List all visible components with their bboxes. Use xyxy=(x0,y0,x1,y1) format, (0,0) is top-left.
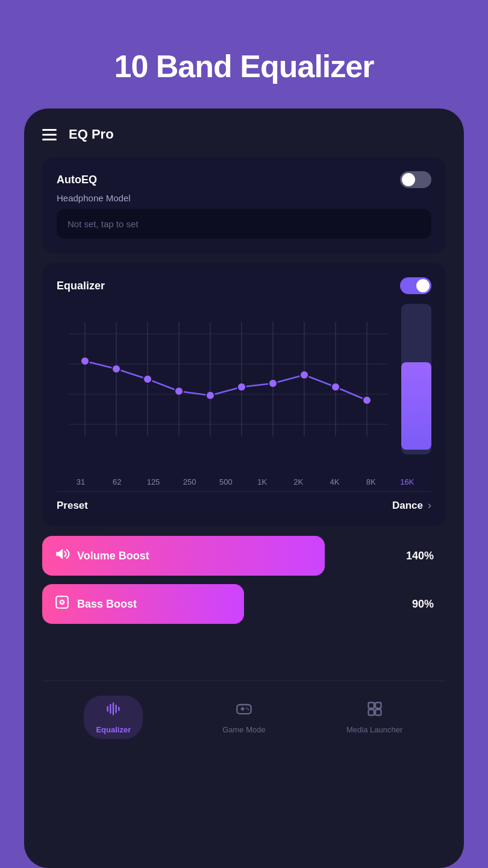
volume-boost-label: Volume Boost xyxy=(77,550,149,562)
svg-point-17 xyxy=(175,387,183,395)
media-launcher-nav-icon xyxy=(366,700,383,722)
hamburger-menu-button[interactable] xyxy=(42,129,57,140)
autoeq-toggle[interactable] xyxy=(400,171,431,188)
preset-value: Dance xyxy=(392,500,423,512)
svg-rect-40 xyxy=(368,709,374,715)
preset-row[interactable]: Preset Dance › xyxy=(57,491,431,512)
eq-frequency-labels: 31 62 125 250 500 1K 2K 4K 8K 16K xyxy=(57,477,431,486)
svg-point-16 xyxy=(143,375,152,383)
svg-point-15 xyxy=(112,365,120,373)
nav-game-mode-label: Game Mode xyxy=(222,725,266,734)
equalizer-card: Equalizer xyxy=(42,263,446,526)
svg-point-36 xyxy=(246,708,247,709)
svg-point-23 xyxy=(363,396,371,404)
eq-16k-slider[interactable] xyxy=(401,304,431,454)
app-header: EQ Pro xyxy=(42,127,446,142)
game-mode-nav-icon xyxy=(236,700,252,722)
svg-point-14 xyxy=(81,357,89,365)
bass-boost-icon xyxy=(54,594,70,614)
headphone-model-input[interactable]: Not set, tap to set xyxy=(57,209,431,239)
app-title: EQ Pro xyxy=(69,127,114,142)
headphone-model-label: Headphone Model xyxy=(57,193,431,203)
eq-freq-62: 62 xyxy=(99,477,135,486)
nav-item-equalizer[interactable]: Equalizer xyxy=(83,696,143,739)
nav-equalizer-label: Equalizer xyxy=(96,725,131,734)
phone-container: EQ Pro AutoEQ Headphone Model Not set, t… xyxy=(24,108,464,868)
bass-boost-label: Bass Boost xyxy=(77,598,137,611)
autoeq-row: AutoEQ xyxy=(57,171,431,188)
eq-freq-250: 250 xyxy=(172,477,208,486)
eq-freq-8k: 8K xyxy=(353,477,389,486)
preset-chevron-icon: › xyxy=(428,499,431,512)
svg-rect-32 xyxy=(118,707,119,711)
eq-freq-1k: 1K xyxy=(244,477,280,486)
eq-freq-16k: 16K xyxy=(389,477,425,486)
nav-item-media-launcher[interactable]: Media Launcher xyxy=(345,700,405,734)
svg-rect-41 xyxy=(375,709,381,715)
eq-graph-svg xyxy=(57,304,431,454)
svg-rect-29 xyxy=(110,704,111,714)
eq-16k-slider-fill xyxy=(401,362,431,450)
eq-graph-area xyxy=(57,304,431,473)
svg-point-20 xyxy=(269,379,277,388)
svg-rect-28 xyxy=(107,706,108,711)
eq-freq-2k: 2K xyxy=(280,477,316,486)
svg-rect-38 xyxy=(368,703,374,708)
eq-freq-31: 31 xyxy=(63,477,99,486)
hero-title: 10 Band Equalizer xyxy=(24,48,464,84)
eq-freq-125: 125 xyxy=(135,477,171,486)
volume-boost-icon xyxy=(54,546,70,565)
autoeq-card: AutoEQ Headphone Model Not set, tap to s… xyxy=(42,157,446,253)
svg-point-19 xyxy=(237,383,246,391)
nav-media-launcher-label: Media Launcher xyxy=(346,725,402,734)
preset-label: Preset xyxy=(57,500,88,512)
svg-point-22 xyxy=(331,383,340,391)
svg-marker-24 xyxy=(56,549,63,559)
svg-point-18 xyxy=(206,391,214,400)
spacer xyxy=(42,632,446,681)
bottom-navigation: Equalizer Game Mode xyxy=(42,681,446,745)
svg-point-21 xyxy=(300,371,308,379)
equalizer-label: Equalizer xyxy=(57,280,105,292)
svg-rect-39 xyxy=(375,703,381,708)
nav-item-game-mode[interactable]: Game Mode xyxy=(214,700,274,734)
preset-value-row: Dance › xyxy=(392,499,431,512)
svg-point-27 xyxy=(61,602,63,603)
svg-rect-31 xyxy=(116,705,117,713)
bass-boost-card[interactable]: Bass Boost 90% xyxy=(42,584,446,624)
hero-section: 10 Band Equalizer xyxy=(0,0,488,108)
bass-boost-left: Bass Boost xyxy=(54,594,137,614)
bass-boost-value: 90% xyxy=(412,598,434,611)
svg-point-37 xyxy=(248,709,249,710)
eq-graph-wrapper: 31 62 125 250 500 1K 2K 4K 8K 16K xyxy=(57,304,431,486)
volume-boost-left: Volume Boost xyxy=(54,546,149,565)
bass-boost-content: Bass Boost 90% xyxy=(42,594,446,614)
volume-boost-content: Volume Boost 140% xyxy=(42,546,446,565)
svg-rect-30 xyxy=(113,703,114,715)
equalizer-header-row: Equalizer xyxy=(57,277,431,294)
autoeq-label: AutoEQ xyxy=(57,174,97,186)
volume-boost-value: 140% xyxy=(406,550,434,562)
volume-boost-card[interactable]: Volume Boost 140% xyxy=(42,536,446,576)
equalizer-nav-icon xyxy=(105,700,122,722)
eq-freq-4k: 4K xyxy=(316,477,352,486)
nav-equalizer-bg: Equalizer xyxy=(84,696,143,739)
equalizer-toggle[interactable] xyxy=(400,277,431,294)
eq-freq-500: 500 xyxy=(208,477,244,486)
